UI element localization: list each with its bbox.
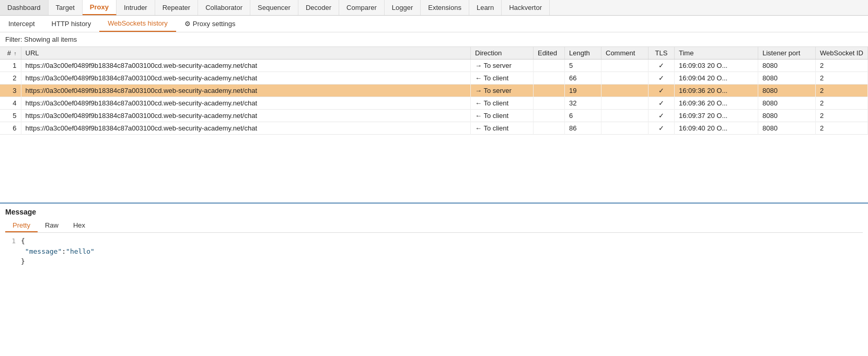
message-tab-hex[interactable]: Hex — [66, 219, 92, 232]
table-cell: 16:09:37 20 O... — [675, 110, 758, 122]
websockets-table: # ↑ URL Direction Edited Length Comment … — [0, 47, 868, 135]
message-line-1: 1{ — [7, 236, 861, 246]
table-cell — [534, 110, 565, 122]
table-cell: ✓ — [649, 72, 675, 85]
table-cell: ✓ — [649, 110, 675, 122]
col-header-direction[interactable]: Direction — [471, 47, 534, 60]
top-nav: DashboardTargetProxyIntruderRepeaterColl… — [0, 0, 868, 16]
table-cell: 8080 — [758, 110, 816, 122]
table-cell: 16:09:36 20 O... — [675, 97, 758, 110]
table-row[interactable]: 3https://0a3c00ef0489f9b18384c87a003100c… — [0, 85, 868, 97]
table-row[interactable]: 2https://0a3c00ef0489f9b18384c87a003100c… — [0, 72, 868, 85]
sub-nav-item-http-history[interactable]: HTTP history — [43, 16, 100, 32]
table-cell — [534, 60, 565, 72]
table-cell: ✓ — [649, 122, 675, 135]
table-row[interactable]: 4https://0a3c00ef0489f9b18384c87a003100c… — [0, 97, 868, 110]
table-cell — [601, 122, 649, 135]
table-cell: 2 — [816, 97, 868, 110]
top-nav-item-hackvertor[interactable]: Hackvertor — [502, 0, 550, 15]
top-nav-item-sequencer[interactable]: Sequencer — [250, 0, 298, 15]
table-cell: https://0a3c00ef0489f9b18384c87a003100cd… — [21, 72, 471, 85]
col-header-comment[interactable]: Comment — [601, 47, 649, 60]
col-header-url[interactable]: URL — [21, 47, 471, 60]
table-cell: 2 — [816, 72, 868, 85]
message-line-3: } — [7, 256, 861, 267]
top-nav-item-extensions[interactable]: Extensions — [421, 0, 469, 15]
sub-nav-item-proxy-settings[interactable]: ⚙ Proxy settings — [176, 16, 244, 32]
top-nav-item-logger[interactable]: Logger — [385, 0, 421, 15]
col-header-num[interactable]: # ↑ — [0, 47, 21, 60]
settings-icon: ⚙ — [184, 20, 191, 28]
table-cell: 16:09:40 20 O... — [675, 122, 758, 135]
message-tab-raw[interactable]: Raw — [38, 219, 66, 232]
sub-nav: InterceptHTTP historyWebSockets history⚙… — [0, 16, 868, 32]
table-cell: 8080 — [758, 85, 816, 97]
table-cell — [601, 85, 649, 97]
sub-nav-item-websockets-history[interactable]: WebSockets history — [99, 16, 176, 32]
top-nav-item-learn[interactable]: Learn — [469, 0, 502, 15]
table-area: # ↑ URL Direction Edited Length Comment … — [0, 47, 868, 204]
top-nav-item-decoder[interactable]: Decoder — [298, 0, 339, 15]
table-cell — [534, 97, 565, 110]
table-cell — [601, 110, 649, 122]
table-cell: 66 — [565, 72, 601, 85]
table-cell: https://0a3c00ef0489f9b18384c87a003100cd… — [21, 60, 471, 72]
table-cell: 2 — [816, 85, 868, 97]
table-cell: 4 — [0, 97, 21, 110]
table-cell — [601, 72, 649, 85]
message-tab-pretty[interactable]: Pretty — [5, 219, 38, 232]
table-cell: https://0a3c00ef0489f9b18384c87a003100cd… — [21, 97, 471, 110]
col-header-wsid[interactable]: WebSocket ID — [816, 47, 868, 60]
table-cell: 2 — [0, 72, 21, 85]
table-cell — [534, 122, 565, 135]
filter-text: Filter: Showing all items — [5, 35, 77, 43]
table-cell: ✓ — [649, 60, 675, 72]
top-nav-item-collaborator[interactable]: Collaborator — [198, 0, 250, 15]
top-nav-item-repeater[interactable]: Repeater — [155, 0, 198, 15]
table-cell: 8080 — [758, 97, 816, 110]
table-cell — [601, 60, 649, 72]
top-nav-item-proxy[interactable]: Proxy — [83, 0, 117, 15]
table-cell: ← To client — [471, 72, 534, 85]
table-cell — [534, 85, 565, 97]
table-cell: 8080 — [758, 72, 816, 85]
top-nav-item-intruder[interactable]: Intruder — [117, 0, 155, 15]
table-cell: 3 — [0, 85, 21, 97]
table-cell: 1 — [0, 60, 21, 72]
message-panel: Message PrettyRawHex 1{ "message":"hello… — [0, 204, 868, 275]
table-cell: https://0a3c00ef0489f9b18384c87a003100cd… — [21, 122, 471, 135]
table-cell: 6 — [565, 110, 601, 122]
message-content: 1{ "message":"hello" } — [5, 233, 863, 275]
col-header-edited[interactable]: Edited — [534, 47, 565, 60]
message-title: Message — [5, 208, 863, 216]
table-cell: 5 — [565, 60, 601, 72]
table-cell: 19 — [565, 85, 601, 97]
top-nav-item-comparer[interactable]: Comparer — [339, 0, 385, 15]
table-cell: https://0a3c00ef0489f9b18384c87a003100cd… — [21, 110, 471, 122]
table-row[interactable]: 6https://0a3c00ef0489f9b18384c87a003100c… — [0, 122, 868, 135]
table-cell: 5 — [0, 110, 21, 122]
table-cell: 16:09:03 20 O... — [675, 60, 758, 72]
table-row[interactable]: 5https://0a3c00ef0489f9b18384c87a003100c… — [0, 110, 868, 122]
message-line-2: "message":"hello" — [7, 246, 861, 257]
table-cell: 8080 — [758, 60, 816, 72]
sub-nav-item-intercept[interactable]: Intercept — [0, 16, 43, 32]
col-header-tls[interactable]: TLS — [649, 47, 675, 60]
table-row[interactable]: 1https://0a3c00ef0489f9b18384c87a003100c… — [0, 60, 868, 72]
table-cell: 16:09:36 20 O... — [675, 85, 758, 97]
table-cell — [601, 97, 649, 110]
table-cell: 86 — [565, 122, 601, 135]
col-header-time[interactable]: Time — [675, 47, 758, 60]
table-cell: 8080 — [758, 122, 816, 135]
table-cell: ← To client — [471, 110, 534, 122]
table-cell: ← To client — [471, 122, 534, 135]
table-cell: 32 — [565, 97, 601, 110]
top-nav-item-target[interactable]: Target — [49, 0, 83, 15]
table-body: 1https://0a3c00ef0489f9b18384c87a003100c… — [0, 60, 868, 135]
table-cell: https://0a3c00ef0489f9b18384c87a003100cd… — [21, 85, 471, 97]
sort-asc-icon: ↑ — [14, 51, 17, 56]
col-header-length[interactable]: Length — [565, 47, 601, 60]
top-nav-item-dashboard[interactable]: Dashboard — [0, 0, 49, 15]
table-cell: 2 — [816, 122, 868, 135]
col-header-port[interactable]: Listener port — [758, 47, 816, 60]
